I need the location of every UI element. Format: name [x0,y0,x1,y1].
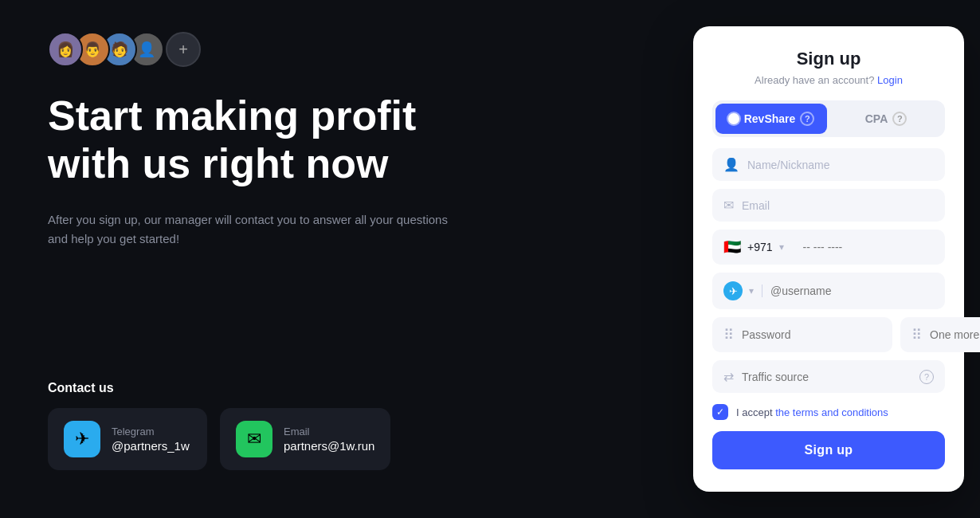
subtext: After you sign up, our manager will cont… [48,210,462,249]
revshare-radio [728,113,739,124]
email-label: Email [284,426,374,438]
contact-card-telegram[interactable]: ✈ Telegram @partners_1w [48,408,207,470]
right-panel: Sign up Already have an account? Login R… [677,0,980,518]
confirm-input[interactable] [930,328,980,341]
terms-checkbox[interactable]: ✓ [712,404,728,420]
left-panel: 👩 👨 🧑 👤 + Start making profitwith us rig… [0,0,677,518]
phone-field-wrapper: 🇦🇪 +971 ▾ [712,230,945,265]
contact-card-email[interactable]: ✉ Email partners@1w.run [220,408,390,470]
already-account: Already have an account? Login [712,74,945,86]
telegram-label: Telegram [112,426,190,438]
email-icon: ✉ [236,421,272,457]
login-link[interactable]: Login [877,74,903,86]
traffic-field-wrapper: ⇄ ? [712,360,945,393]
contact-cards: ✈ Telegram @partners_1w ✉ Email partners… [48,408,629,470]
revshare-help[interactable]: ? [800,112,814,126]
password-icon: ⠿ [723,326,735,343]
terms-text: I accept the terms and conditions [736,406,888,418]
email-input[interactable] [742,199,934,212]
confirm-field-wrapper: ⠿ [900,317,980,352]
password-field-wrapper: ⠿ [712,317,892,352]
share-icon: ⇄ [723,369,734,384]
password-input[interactable] [742,328,881,341]
revshare-toggle[interactable]: RevShare ? [715,104,827,134]
cpa-help[interactable]: ? [892,112,907,126]
phone-input[interactable] [803,241,943,253]
person-icon: 👤 [723,157,739,172]
name-field-wrapper: 👤 [712,148,945,181]
social-chevron-icon: ▾ [749,285,754,296]
signup-card: Sign up Already have an account? Login R… [693,26,964,492]
confirm-icon: ⠿ [911,326,923,343]
terms-link[interactable]: the terms and conditions [775,406,888,418]
signup-button[interactable]: Sign up [712,431,945,469]
social-divider [762,285,762,297]
telegram-social-icon: ✈ [723,281,743,300]
email-field-wrapper: ✉ [712,189,945,222]
email-field-icon: ✉ [723,198,734,213]
form-title: Sign up [712,49,945,69]
contact-info-telegram: Telegram @partners_1w [112,426,190,453]
avatar-group: 👩 👨 🧑 👤 + [48,32,629,67]
traffic-input[interactable] [742,371,911,383]
social-field-wrapper: ✈ ▾ [712,273,945,309]
telegram-icon: ✈ [64,421,100,457]
social-input[interactable] [770,285,934,297]
cpa-toggle[interactable]: CPA ? [830,104,942,134]
phone-chevron-icon: ▾ [779,241,784,253]
contact-info-email: Email partners@1w.run [284,426,374,453]
traffic-help-icon[interactable]: ? [919,370,934,384]
phone-flag: 🇦🇪 [723,238,741,256]
contact-title: Contact us [48,381,629,395]
password-row: ⠿ ⠿ [712,317,945,352]
phone-code: +971 [747,241,773,253]
avatar: 👩 [48,32,83,67]
avatar-plus: + [166,32,201,67]
headline: Start making profitwith us right now [48,92,629,188]
check-icon: ✓ [716,406,724,418]
name-input[interactable] [747,159,934,171]
telegram-value: @partners_1w [112,439,190,453]
email-value: partners@1w.run [284,439,374,453]
account-type-toggle: RevShare ? CPA ? [712,100,945,137]
terms-row: ✓ I accept the terms and conditions [712,404,945,420]
contact-section: Contact us ✈ Telegram @partners_1w ✉ Ema… [48,381,629,486]
